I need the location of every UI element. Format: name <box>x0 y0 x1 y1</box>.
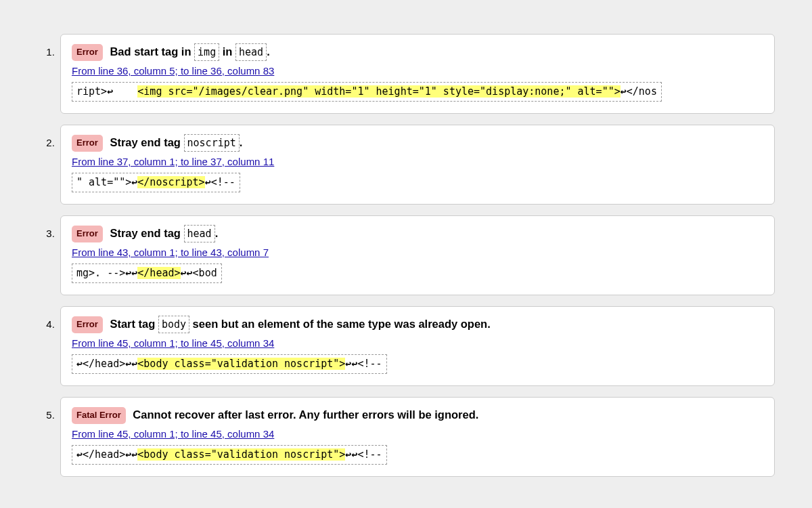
error-badge: Error <box>72 135 103 152</box>
tag-name: img <box>194 43 219 61</box>
source-highlight: <img src="/images/clear.png" width="1" h… <box>137 85 620 98</box>
result-item: Error Bad start tag in img in head.From … <box>58 34 775 114</box>
result-headline: Error Stray end tag noscript. <box>72 133 763 152</box>
tag-name: head <box>235 43 267 61</box>
result-entry: Error Start tag body seen but an element… <box>60 306 775 386</box>
tag-name: noscript <box>184 134 240 152</box>
result-item: Fatal Error Cannot recover after last er… <box>58 397 775 477</box>
validation-results-list: Error Bad start tag in img in head.From … <box>37 34 775 477</box>
result-item: Error Start tag body seen but an element… <box>58 306 775 386</box>
tag-name: body <box>158 316 189 333</box>
source-location: From line 37, column 1; to line 37, colu… <box>72 156 763 167</box>
result-entry: Fatal Error Cannot recover after last er… <box>60 397 775 477</box>
result-headline: Error Stray end tag head. <box>72 224 763 242</box>
source-excerpt: mg>. -->↩↩</head>↩↩<bod <box>72 263 222 283</box>
error-badge: Error <box>72 44 103 61</box>
result-headline: Error Start tag body seen but an element… <box>72 315 763 333</box>
source-highlight: <body class="validation noscript"> <box>137 358 345 370</box>
tag-name: head <box>184 225 215 242</box>
source-location-link[interactable]: From line 45, column 1; to line 45, colu… <box>72 428 274 440</box>
result-headline: Fatal Error Cannot recover after last er… <box>72 406 763 424</box>
source-location-link[interactable]: From line 43, column 1; to line 43, colu… <box>72 247 269 258</box>
source-excerpt: ↩</head>↩↩<body class="validation noscri… <box>72 354 387 374</box>
source-location: From line 43, column 1; to line 43, colu… <box>72 247 763 258</box>
source-location: From line 45, column 1; to line 45, colu… <box>72 428 763 440</box>
source-location: From line 36, column 5; to line 36, colu… <box>72 65 763 77</box>
result-entry: Error Bad start tag in img in head.From … <box>60 34 775 114</box>
result-item: Error Stray end tag noscript.From line 3… <box>58 125 775 205</box>
result-entry: Error Stray end tag head.From line 43, c… <box>60 215 775 295</box>
source-location-link[interactable]: From line 37, column 1; to line 37, colu… <box>72 156 274 167</box>
source-highlight: </head> <box>137 267 180 279</box>
result-entry: Error Stray end tag noscript.From line 3… <box>60 125 775 205</box>
source-location-link[interactable]: From line 45, column 1; to line 45, colu… <box>72 337 274 349</box>
source-highlight: <body class="validation noscript"> <box>137 448 345 461</box>
source-excerpt: ↩</head>↩↩<body class="validation noscri… <box>72 445 387 465</box>
source-location: From line 45, column 1; to line 45, colu… <box>72 337 763 349</box>
source-excerpt: ript>↩ <img src="/images/clear.png" widt… <box>72 82 662 102</box>
result-headline: Error Bad start tag in img in head. <box>72 43 763 61</box>
source-excerpt: " alt="">↩</noscript>↩<!-- <box>72 173 240 192</box>
result-item: Error Stray end tag head.From line 43, c… <box>58 215 775 295</box>
source-location-link[interactable]: From line 36, column 5; to line 36, colu… <box>72 65 274 77</box>
source-highlight: </noscript> <box>137 176 204 188</box>
error-badge: Error <box>72 226 103 242</box>
fatal-error-badge: Fatal Error <box>72 407 126 424</box>
error-badge: Error <box>72 316 103 333</box>
